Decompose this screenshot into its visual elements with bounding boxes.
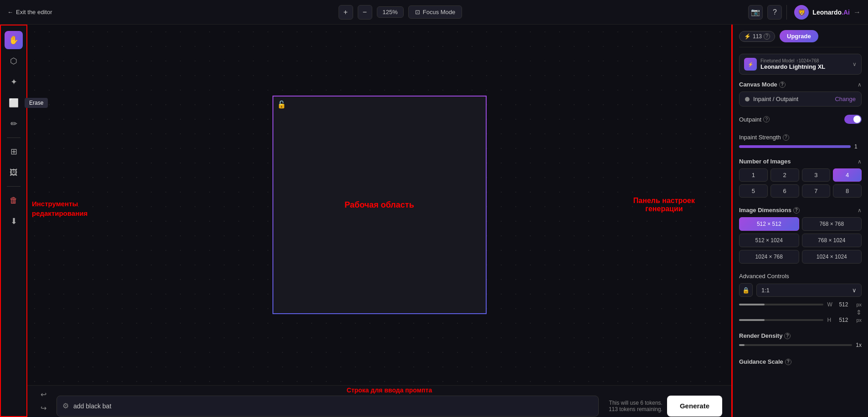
avatar: 🦁	[794, 5, 809, 20]
num-images-btn-1[interactable]: 1	[739, 168, 768, 182]
render-density-help-icon[interactable]: ?	[784, 333, 791, 339]
token-help-icon[interactable]: ?	[764, 33, 770, 40]
image-dimensions-help-icon[interactable]: ?	[793, 207, 800, 214]
dim-btn-512x512[interactable]: 512 × 512	[739, 217, 799, 231]
canvas-label: Рабочая область	[344, 200, 414, 210]
trash-tool-button[interactable]: 🗑	[5, 191, 23, 209]
upgrade-button[interactable]: Upgrade	[780, 30, 818, 42]
num-images-btn-5[interactable]: 5	[739, 184, 768, 198]
image-dimensions-collapse-icon[interactable]: ∧	[858, 207, 862, 214]
prompt-hint-label: Строка для ввода промпта	[347, 386, 432, 394]
generate-button[interactable]: Generate	[667, 396, 722, 417]
width-slider[interactable]	[739, 304, 823, 305]
exit-button[interactable]: ← Exit the editor	[7, 9, 52, 15]
right-panel: ⚡ 113 ? Upgrade ⚡ Finetuned Model ↑1024×…	[731, 25, 868, 417]
num-images-btn-7[interactable]: 7	[802, 184, 831, 198]
canvas-box[interactable]: 🔓 Рабочая область	[272, 96, 487, 314]
ratio-chevron-icon: ∨	[852, 287, 857, 294]
token-badge: ⚡ 113 ?	[739, 31, 775, 42]
grid-tool-button[interactable]: ⊞	[5, 142, 23, 161]
help-button[interactable]: ?	[767, 5, 782, 20]
user-area: 🦁 Leonardo.Ai →	[786, 5, 861, 20]
topbar-center: + − 125% ⊡ Focus Mode	[58, 5, 743, 20]
undo-icon: ↩	[41, 390, 46, 399]
height-unit: px	[856, 317, 862, 323]
camera-icon: 📷	[751, 8, 760, 16]
main-layout: ✋ ⬡ ✦ ⬜ Erase ✏ ⊞ 🖼 🗑 ⬇ Инструментыредак…	[0, 25, 868, 417]
canvas-mode-help-icon[interactable]: ?	[779, 81, 786, 88]
outpaint-help-icon[interactable]: ?	[763, 116, 770, 122]
dim-btn-768x768[interactable]: 768 × 768	[802, 217, 862, 231]
model-selector[interactable]: ⚡ Finetuned Model ↑1024×768 Leonardo Lig…	[739, 54, 862, 75]
num-images-btn-6[interactable]: 6	[770, 184, 799, 198]
tool-divider-2	[7, 186, 21, 187]
pen-tool-button[interactable]: ✏	[5, 115, 23, 133]
num-images-btn-2[interactable]: 2	[770, 168, 799, 182]
topbar: ← Exit the editor + − 125% ⊡ Focus Mode …	[0, 0, 868, 25]
num-images-btn-3[interactable]: 3	[802, 168, 831, 182]
inpaint-strength-help-icon[interactable]: ?	[783, 134, 789, 141]
select-tool-button[interactable]: ⬡	[5, 52, 23, 70]
focus-mode-label: Focus Mode	[423, 9, 456, 15]
height-slider[interactable]	[739, 319, 823, 321]
prompt-input[interactable]	[73, 402, 593, 410]
model-info: Finetuned Model ↑1024×768 Leonardo Light…	[760, 58, 849, 70]
canvas-workspace: 🔓 Рабочая область Панель настроекгенерац…	[27, 25, 731, 385]
height-row: H 512 px	[739, 317, 862, 323]
render-density-slider[interactable]	[739, 344, 852, 346]
download-tool-button[interactable]: ⬇	[5, 212, 23, 230]
num-images-btn-8[interactable]: 8	[833, 184, 862, 198]
prompt-section: ⚙	[56, 396, 599, 417]
aspect-lock-button[interactable]: 🔒	[739, 283, 753, 297]
focus-mode-button[interactable]: ⊡ Focus Mode	[408, 5, 462, 19]
image-icon: 🖼	[10, 168, 18, 178]
outpaint-toggle[interactable]	[844, 115, 862, 124]
pen-icon: ✏	[10, 119, 17, 129]
undo-button[interactable]: ↩	[36, 389, 50, 400]
zoom-out-button[interactable]: −	[358, 5, 372, 20]
outpaint-label: Outpaint ?	[739, 116, 770, 123]
zoom-in-button[interactable]: +	[339, 5, 353, 20]
inpaint-strength-section: Inpaint Strength ? 1	[739, 134, 862, 150]
image-dimensions-header: Image Dimensions ? ∧	[739, 207, 862, 214]
num-images-collapse-icon[interactable]: ∧	[858, 158, 862, 165]
advanced-controls-section: Advanced Controls 🔒 1:1 ∨ W 512 px ⇕ H	[739, 273, 862, 326]
canvas-mode-change-button[interactable]: Change	[835, 96, 856, 102]
minus-icon: −	[363, 8, 367, 16]
logout-icon[interactable]: →	[853, 8, 861, 16]
canvas-mode-section: Canvas Mode ? ∧ Inpaint / Outpaint Chang…	[739, 81, 862, 107]
arrow-left-icon: ←	[7, 9, 13, 15]
mode-indicator-dot	[745, 97, 750, 102]
hand-icon: ✋	[9, 35, 19, 45]
width-row: W 512 px	[739, 301, 862, 308]
canvas-lock-icon: 🔓	[277, 100, 286, 109]
dim-btn-1024x1024[interactable]: 1024 × 1024	[802, 250, 862, 264]
camera-button[interactable]: 📷	[748, 5, 763, 20]
wand-tool-button[interactable]: ✦	[5, 73, 23, 91]
bottom-bar: ↩ ↪ Строка для ввода промпта ⚙ This will…	[27, 385, 731, 417]
guidance-scale-help-icon[interactable]: ?	[785, 359, 791, 365]
width-value: 512	[839, 301, 853, 308]
link-icon: ⇕	[739, 309, 862, 316]
num-images-section: Number of Images ∧ 1 2 3 4 5 6 7 8	[739, 158, 862, 200]
grid-icon: ⊞	[10, 147, 17, 157]
model-icon: ⚡	[744, 58, 757, 71]
image-tool-button[interactable]: 🖼	[5, 163, 23, 182]
dim-btn-512x1024[interactable]: 512 × 1024	[739, 234, 799, 247]
dim-btn-1024x768[interactable]: 1024 × 768	[739, 250, 799, 264]
redo-button[interactable]: ↪	[36, 403, 50, 414]
dim-btn-768x1024[interactable]: 768 × 1024	[802, 234, 862, 247]
question-icon: ?	[773, 8, 777, 16]
canvas-mode-collapse-icon[interactable]: ∧	[858, 81, 862, 88]
eraser-tool-button[interactable]: ⬜ Erase	[5, 94, 23, 112]
left-toolbar: ✋ ⬡ ✦ ⬜ Erase ✏ ⊞ 🖼 🗑 ⬇ Инструментыредак…	[0, 25, 27, 417]
num-images-btn-4[interactable]: 4	[833, 168, 862, 182]
eraser-icon: ⬜	[9, 98, 19, 108]
filter-icon[interactable]: ⚙	[62, 402, 69, 410]
hand-tool-button[interactable]: ✋	[5, 31, 23, 49]
ratio-select[interactable]: 1:1 ∨	[756, 284, 862, 297]
render-density-slider-wrap: 1x	[739, 342, 862, 348]
inpaint-strength-slider[interactable]	[739, 145, 851, 148]
inpaint-strength-value: 1	[854, 143, 862, 150]
avatar-icon: 🦁	[798, 9, 806, 16]
